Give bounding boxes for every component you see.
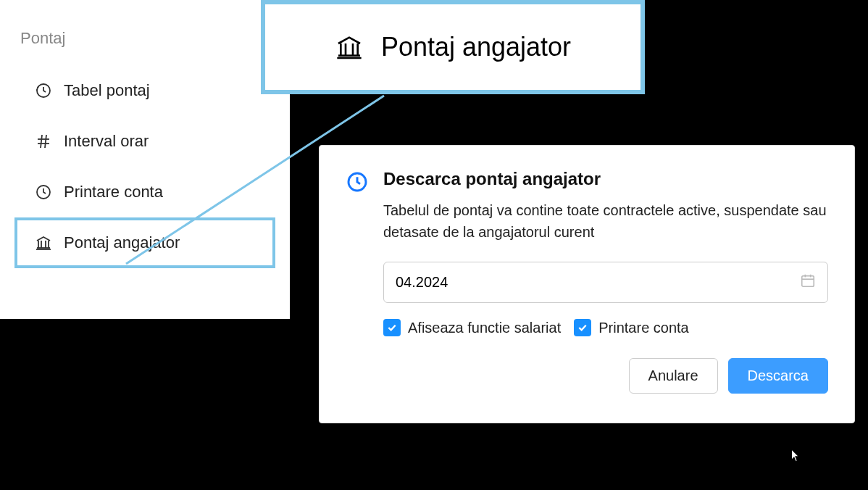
svg-line-3 <box>41 135 42 148</box>
callout-title: Pontaj angajator <box>381 32 571 62</box>
sidebar-item-label: Printare conta <box>64 183 163 202</box>
checkbox-label: Afiseaza functie salariat <box>408 320 561 336</box>
calendar-icon <box>800 273 816 292</box>
bank-icon <box>335 33 364 62</box>
checkbox-checked-icon <box>383 319 401 336</box>
modal-footer: Anulare Descarca <box>383 358 828 394</box>
sidebar-item-tabel-pontaj[interactable]: Tabel pontaj <box>0 65 290 116</box>
hash-icon <box>35 133 52 150</box>
download-modal: Descarca pontaj angajator Tabelul de pon… <box>319 145 855 423</box>
checkbox-printare-conta[interactable]: Printare conta <box>574 319 689 336</box>
download-button[interactable]: Descarca <box>728 358 828 394</box>
clock-icon <box>346 170 369 194</box>
modal-title: Descarca pontaj angajator <box>383 169 828 189</box>
sidebar-item-label: Pontaj angajator <box>64 233 180 252</box>
checkbox-checked-icon <box>574 319 591 336</box>
modal-description: Tabelul de pontaj va contine toate contr… <box>383 199 828 243</box>
sidebar-item-pontaj-angajator[interactable]: Pontaj angajator <box>14 217 275 268</box>
date-picker[interactable]: 04.2024 <box>383 262 828 303</box>
sidebar-item-label: Interval orar <box>64 132 149 151</box>
cancel-button[interactable]: Anulare <box>629 358 718 394</box>
checkbox-row: Afiseaza functie salariat Printare conta <box>383 319 828 336</box>
date-value: 04.2024 <box>396 274 448 291</box>
sidebar-item-interval-orar[interactable]: Interval orar <box>0 116 290 167</box>
checkbox-label: Printare conta <box>598 320 689 336</box>
sidebar-item-label: Tabel pontaj <box>64 81 150 100</box>
cursor-pointer-icon <box>785 447 805 467</box>
clock-history-icon <box>35 82 52 99</box>
bank-icon <box>35 234 52 252</box>
checkbox-functie-salariat[interactable]: Afiseaza functie salariat <box>383 319 561 336</box>
sidebar-section-title: Pontaj <box>0 29 290 65</box>
svg-line-4 <box>45 135 46 148</box>
svg-rect-8 <box>802 276 814 287</box>
callout-header: Pontaj angajator <box>261 0 645 94</box>
clock-icon <box>35 183 52 201</box>
sidebar-item-printare-conta[interactable]: Printare conta <box>0 167 290 217</box>
sidebar: Pontaj Tabel pontaj Interval orar Printa… <box>0 0 290 319</box>
